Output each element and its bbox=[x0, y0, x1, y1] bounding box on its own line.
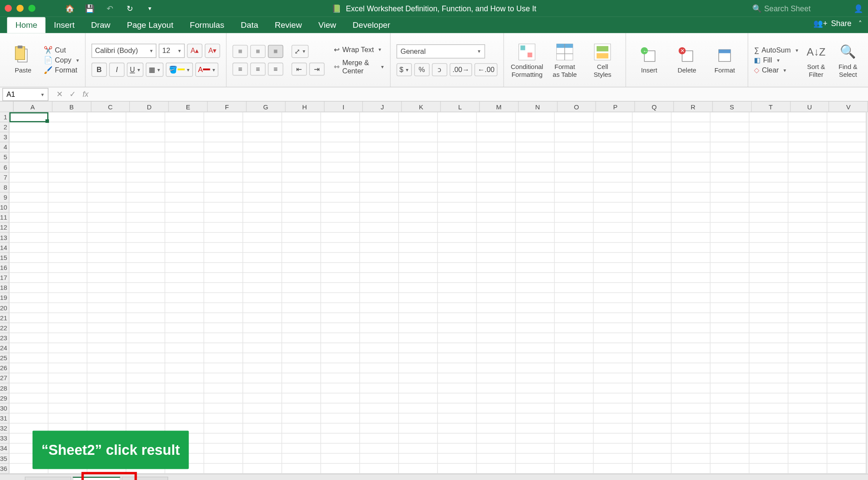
cell[interactable] bbox=[204, 414, 243, 424]
cell[interactable] bbox=[711, 363, 750, 373]
cell[interactable] bbox=[399, 464, 438, 473]
cell[interactable] bbox=[672, 404, 711, 414]
cell[interactable] bbox=[672, 303, 711, 313]
cell[interactable] bbox=[399, 333, 438, 343]
cell[interactable] bbox=[88, 293, 127, 303]
cell[interactable] bbox=[516, 424, 555, 434]
cell[interactable] bbox=[243, 213, 282, 223]
cell[interactable] bbox=[750, 404, 789, 414]
row-header-25[interactable]: 25 bbox=[0, 353, 9, 363]
cell[interactable] bbox=[10, 132, 49, 142]
cell[interactable] bbox=[477, 313, 516, 323]
cell[interactable] bbox=[594, 293, 633, 303]
cell[interactable] bbox=[88, 353, 127, 363]
cell[interactable] bbox=[789, 454, 828, 464]
cell[interactable] bbox=[127, 393, 166, 403]
cell[interactable] bbox=[555, 253, 594, 263]
cell[interactable] bbox=[438, 172, 477, 182]
cell[interactable] bbox=[321, 293, 360, 303]
cell[interactable] bbox=[165, 213, 204, 223]
cell[interactable] bbox=[88, 183, 127, 193]
cell[interactable] bbox=[321, 233, 360, 243]
cell[interactable] bbox=[827, 142, 866, 152]
cell[interactable] bbox=[282, 393, 321, 403]
row-header-31[interactable]: 31 bbox=[0, 414, 9, 424]
cell[interactable] bbox=[10, 333, 49, 343]
cell[interactable] bbox=[10, 313, 49, 323]
cell[interactable] bbox=[672, 414, 711, 424]
cell[interactable] bbox=[477, 203, 516, 213]
cell[interactable] bbox=[360, 333, 399, 343]
cell[interactable] bbox=[49, 383, 88, 393]
worksheet-grid[interactable]: ABCDEFGHIJKLMNOPQRSTUV 12345678910111213… bbox=[0, 102, 868, 473]
cell[interactable] bbox=[399, 404, 438, 414]
cell[interactable] bbox=[477, 183, 516, 193]
row-header-33[interactable]: 33 bbox=[0, 434, 9, 444]
cell[interactable] bbox=[750, 313, 789, 323]
cell[interactable] bbox=[127, 162, 166, 172]
cell[interactable] bbox=[127, 333, 166, 343]
cell[interactable] bbox=[827, 122, 866, 132]
ribbon-tab-data[interactable]: Data bbox=[232, 17, 266, 33]
cell[interactable] bbox=[672, 283, 711, 293]
cell[interactable] bbox=[750, 132, 789, 142]
col-header-A[interactable]: A bbox=[13, 102, 52, 112]
cell[interactable] bbox=[672, 393, 711, 403]
row-header-15[interactable]: 15 bbox=[0, 253, 9, 263]
cell[interactable] bbox=[516, 243, 555, 253]
cell[interactable] bbox=[711, 172, 750, 182]
cell[interactable] bbox=[243, 183, 282, 193]
cell[interactable] bbox=[555, 132, 594, 142]
cell[interactable] bbox=[633, 454, 672, 464]
cell[interactable] bbox=[399, 313, 438, 323]
cell[interactable] bbox=[438, 293, 477, 303]
cell[interactable] bbox=[88, 233, 127, 243]
cell[interactable] bbox=[672, 454, 711, 464]
cell[interactable] bbox=[88, 373, 127, 383]
cell[interactable] bbox=[594, 353, 633, 363]
cell[interactable] bbox=[88, 162, 127, 172]
cell[interactable] bbox=[165, 183, 204, 193]
cell[interactable] bbox=[243, 444, 282, 454]
cell[interactable] bbox=[555, 424, 594, 434]
col-header-E[interactable]: E bbox=[169, 102, 208, 112]
cell[interactable] bbox=[321, 414, 360, 424]
cell[interactable] bbox=[204, 243, 243, 253]
cell[interactable] bbox=[555, 223, 594, 233]
cell[interactable] bbox=[49, 343, 88, 353]
col-header-Q[interactable]: Q bbox=[635, 102, 674, 112]
row-header-6[interactable]: 6 bbox=[0, 162, 9, 172]
row-header-20[interactable]: 20 bbox=[0, 303, 9, 313]
cell[interactable] bbox=[827, 263, 866, 273]
row-header-34[interactable]: 34 bbox=[0, 444, 9, 454]
cell[interactable] bbox=[49, 333, 88, 343]
cell[interactable] bbox=[594, 434, 633, 444]
cell[interactable] bbox=[477, 283, 516, 293]
add-sheet-button[interactable]: ＋ bbox=[168, 474, 192, 480]
row-header-26[interactable]: 26 bbox=[0, 363, 9, 373]
cell[interactable] bbox=[49, 414, 88, 424]
cell[interactable] bbox=[789, 283, 828, 293]
cell[interactable] bbox=[750, 424, 789, 434]
cell[interactable] bbox=[477, 393, 516, 403]
cell[interactable] bbox=[360, 444, 399, 454]
cell[interactable] bbox=[165, 383, 204, 393]
maximize-window-icon[interactable] bbox=[28, 5, 35, 12]
cell[interactable] bbox=[321, 243, 360, 253]
cell[interactable] bbox=[88, 283, 127, 293]
cell[interactable] bbox=[594, 223, 633, 233]
cell[interactable] bbox=[594, 323, 633, 333]
cell[interactable] bbox=[827, 213, 866, 223]
cell[interactable] bbox=[827, 283, 866, 293]
cell[interactable] bbox=[10, 414, 49, 424]
cell[interactable] bbox=[477, 404, 516, 414]
cell[interactable] bbox=[49, 142, 88, 152]
cell[interactable] bbox=[204, 273, 243, 283]
close-window-icon[interactable] bbox=[5, 5, 12, 12]
align-right-button[interactable]: ≡ bbox=[268, 62, 283, 76]
cell[interactable] bbox=[477, 373, 516, 383]
cell[interactable] bbox=[282, 203, 321, 213]
cell[interactable] bbox=[243, 223, 282, 233]
cell[interactable] bbox=[633, 112, 672, 122]
cell[interactable] bbox=[204, 253, 243, 263]
